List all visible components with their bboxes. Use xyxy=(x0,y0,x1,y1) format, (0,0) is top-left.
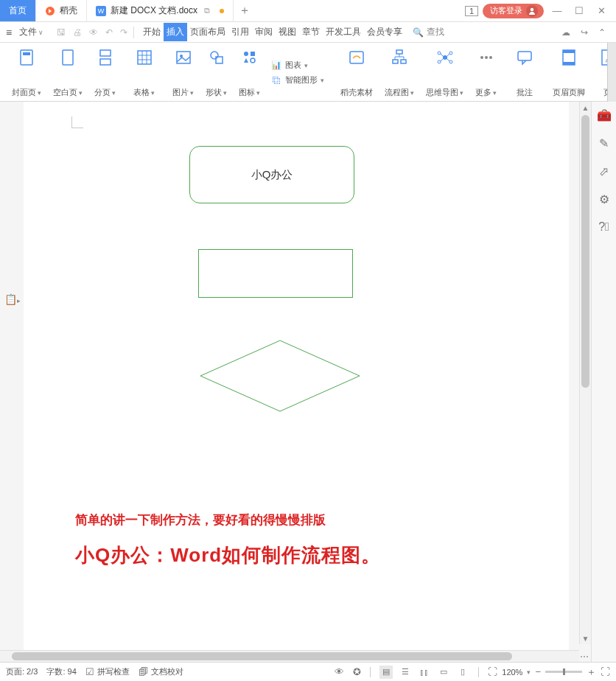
sb-wordcount[interactable]: 字数: 94 xyxy=(46,666,76,677)
rib-pagebreak[interactable]: 分页▾ xyxy=(88,46,122,99)
fullscreen-icon[interactable]: ⛶ xyxy=(601,666,610,677)
rib-cover[interactable]: 封面页▾ xyxy=(6,46,47,99)
menu-layout[interactable]: 页面布局 xyxy=(187,23,228,41)
rib-shape[interactable]: 形状▾ xyxy=(200,46,233,99)
window-count-badge[interactable]: 1 xyxy=(465,6,478,16)
view-reading-icon[interactable]: ⫿⫿ xyxy=(418,666,431,679)
minimize-button[interactable]: — xyxy=(548,2,566,20)
zoom-in-icon[interactable]: ＋ xyxy=(587,666,596,679)
rib-smartart[interactable]: ⿻智能图形▾ xyxy=(270,74,324,86)
rib-chart[interactable]: 📊图表▾ xyxy=(270,60,324,71)
sb-eye-icon[interactable]: 👁 xyxy=(335,666,344,677)
view-outline-icon[interactable]: ☰ xyxy=(399,666,412,679)
titlebar: 首页 稻壳 W 新建 DOCX 文档.docx ⧉ ＋ 1 访客登录 — ☐ ✕ xyxy=(0,0,616,22)
rib-flowchart[interactable]: 流程图▾ xyxy=(379,46,420,99)
clipboard-handle-icon[interactable]: 📋▸ xyxy=(4,293,21,305)
svg-point-18 xyxy=(244,52,248,56)
rib-mindmap[interactable]: 思维导图▾ xyxy=(420,46,469,99)
sp-pencil-icon[interactable]: ✎ xyxy=(597,136,612,150)
sp-settings-icon[interactable]: ⚙ xyxy=(597,192,612,206)
vertical-scrollbar[interactable]: ▲ ▼ xyxy=(579,102,591,644)
sp-help-icon[interactable]: ?⃝ xyxy=(597,220,612,234)
rib-icon[interactable]: 图标▾ xyxy=(233,46,266,99)
svg-line-35 xyxy=(441,54,444,57)
scroll-config-icon[interactable]: ⋯ xyxy=(579,651,589,662)
sb-page[interactable]: 页面: 2/3 xyxy=(6,666,38,677)
qat-preview-icon[interactable]: 👁 xyxy=(89,27,98,38)
svg-marker-20 xyxy=(244,58,248,63)
svg-line-37 xyxy=(441,58,444,61)
svg-point-32 xyxy=(449,52,452,55)
rib-header[interactable]: 页眉页脚 xyxy=(547,46,591,99)
qat-redo-icon[interactable]: ↷ xyxy=(120,27,127,38)
menu-insert[interactable]: 插入 xyxy=(164,23,187,41)
view-fullwidth-icon[interactable]: ▯ xyxy=(456,666,469,679)
sb-read-icon[interactable]: ✪ xyxy=(353,666,361,677)
shape-rectangle[interactable] xyxy=(198,249,353,298)
zoom-control: ⛶ 120%▾ − ＋ ⛶ xyxy=(488,666,610,679)
sp-select-icon[interactable]: ⬀ xyxy=(597,164,612,178)
zoom-fit-icon[interactable]: ⛶ xyxy=(488,666,497,677)
rib-dk-assets[interactable]: 稻壳素材 xyxy=(335,46,379,99)
svg-rect-42 xyxy=(518,52,531,60)
hscroll-thumb[interactable] xyxy=(12,652,512,660)
sb-proofread[interactable]: 🗐文档校对 xyxy=(139,666,183,677)
menu-view[interactable]: 视图 xyxy=(276,23,299,41)
tab-dk[interactable]: 稻壳 xyxy=(36,0,87,21)
rib-comment[interactable]: 批注 xyxy=(508,46,541,99)
window-restore-icon[interactable]: ⧉ xyxy=(202,6,212,16)
tab-document[interactable]: W 新建 DOCX 文档.docx ⧉ xyxy=(87,0,234,21)
sp-toolbox-icon[interactable]: 🧰 xyxy=(597,108,612,122)
rib-picture[interactable]: 图片▾ xyxy=(167,46,200,99)
document-page[interactable]: 小Q办公 简单的讲一下制作方法，要好看的得慢慢排版 小Q办公：Word如何制作流… xyxy=(24,102,569,662)
zoom-out-icon[interactable]: − xyxy=(535,666,541,677)
shape-rounded-rect[interactable]: 小Q办公 xyxy=(189,146,354,203)
menu-review[interactable]: 审阅 xyxy=(252,23,276,41)
svg-rect-19 xyxy=(251,52,255,56)
cloud-sync-icon[interactable]: ☁ xyxy=(561,27,570,38)
menu-start[interactable]: 开始 xyxy=(140,23,164,41)
rib-blank[interactable]: 空白页▾ xyxy=(47,46,88,99)
maximize-button[interactable]: ☐ xyxy=(570,2,588,20)
rib-more[interactable]: 更多▾ xyxy=(469,46,503,99)
ribbon-overflow-icon[interactable] xyxy=(607,43,616,102)
file-menu[interactable]: 文件∨ xyxy=(19,26,43,38)
svg-point-40 xyxy=(485,56,488,59)
cover-icon xyxy=(16,47,37,68)
svg-point-16 xyxy=(211,52,218,59)
view-switcher: ▤ ☰ ⫿⫿ ▭ ▯ xyxy=(379,666,469,679)
qat-save-icon[interactable]: 🖫 xyxy=(57,27,66,38)
menu-sections[interactable]: 章节 xyxy=(299,23,323,41)
zoom-value[interactable]: 120% xyxy=(502,668,522,677)
word-icon: W xyxy=(96,6,106,16)
tab-dk-label: 稻壳 xyxy=(60,4,77,17)
qat-undo-icon[interactable]: ↶ xyxy=(105,27,113,38)
svg-rect-25 xyxy=(401,60,406,63)
sb-spellcheck[interactable]: ☑拼写检查 xyxy=(85,666,130,677)
horizontal-scrollbar[interactable]: ⋯ xyxy=(0,650,579,662)
rib-table[interactable]: 表格▾ xyxy=(127,46,161,99)
statusbar: 页面: 2/3 字数: 94 ☑拼写检查 🗐文档校对 👁 ✪ ▤ ☰ ⫿⫿ ▭ … xyxy=(0,662,616,681)
collapse-ribbon-icon[interactable]: ⌃ xyxy=(598,27,606,38)
search-box[interactable]: 🔍 查找 xyxy=(413,26,444,38)
share-icon[interactable]: ↪ xyxy=(581,27,588,38)
avatar-icon xyxy=(526,5,538,17)
hamburger-icon[interactable]: ≡ xyxy=(6,27,12,38)
close-button[interactable]: ✕ xyxy=(592,2,610,20)
menu-devtools[interactable]: 开发工具 xyxy=(323,23,364,41)
scroll-thumb[interactable] xyxy=(581,115,589,388)
qat-print-icon[interactable]: 🖨 xyxy=(73,27,82,38)
scroll-down-icon[interactable]: ▼ xyxy=(580,632,591,644)
menu-member[interactable]: 会员专享 xyxy=(364,23,405,41)
svg-rect-6 xyxy=(63,50,73,65)
scroll-up-icon[interactable]: ▲ xyxy=(580,102,591,114)
view-page-icon[interactable]: ▤ xyxy=(379,666,393,679)
tab-home[interactable]: 首页 xyxy=(0,0,36,21)
view-web-icon[interactable]: ▭ xyxy=(437,666,450,679)
zoom-slider[interactable] xyxy=(545,671,582,673)
shape-diamond[interactable] xyxy=(199,339,361,413)
menu-references[interactable]: 引用 xyxy=(228,23,252,41)
svg-line-38 xyxy=(447,58,449,61)
new-tab-button[interactable]: ＋ xyxy=(234,0,256,21)
login-button[interactable]: 访客登录 xyxy=(483,4,544,18)
